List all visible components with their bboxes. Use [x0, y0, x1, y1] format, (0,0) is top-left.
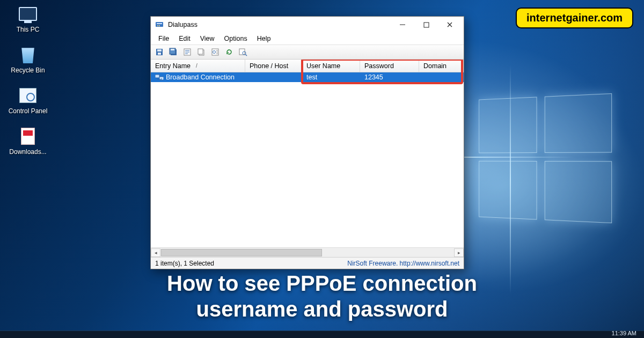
status-credit: NirSoft Freeware. http://www.nirsoft.net	[347, 260, 459, 267]
toolbar-properties-button[interactable]	[181, 46, 194, 58]
dialupass-window: Dialupass File Edit View Options Help	[150, 16, 464, 269]
toolbar-find-button[interactable]	[237, 46, 250, 58]
close-button[interactable]	[438, 17, 462, 32]
menu-bar: File Edit View Options Help	[151, 33, 464, 45]
taskbar[interactable]: 11:39 AM	[0, 330, 644, 338]
scroll-thumb[interactable]	[161, 249, 322, 256]
floppy-icon	[155, 48, 164, 56]
toolbar-refresh-button[interactable]	[223, 46, 236, 58]
cell-entry: Broadband Connection	[166, 74, 235, 81]
minimize-button[interactable]	[391, 17, 414, 32]
watermark-badge: internetgainer.com	[516, 8, 633, 28]
desktop-icon-label: Control Panel	[8, 107, 48, 115]
desktop-icon-label: Recycle Bin	[8, 67, 48, 74]
toolbar	[151, 45, 464, 60]
control-panel-icon	[19, 88, 36, 103]
column-label: Entry Name	[155, 62, 191, 70]
toolbar-save-button[interactable]	[153, 46, 166, 58]
desktop-icon-control-panel[interactable]: Control Panel	[8, 86, 48, 115]
desktop-icon-downloads[interactable]: Downloads...	[8, 127, 48, 156]
status-link[interactable]: http://www.nirsoft.net	[400, 260, 459, 267]
pdf-file-icon	[21, 128, 35, 145]
list-view: Entry Name / Phone / Host User Name Pass…	[151, 60, 464, 257]
menu-edit[interactable]: Edit	[174, 34, 195, 43]
menu-view[interactable]: View	[196, 34, 219, 43]
window-title: Dialupass	[168, 21, 391, 28]
connection-icon	[155, 74, 164, 81]
menu-help[interactable]: Help	[253, 34, 275, 43]
recycle-bin-icon	[20, 46, 35, 63]
computer-icon	[19, 7, 37, 21]
svg-rect-10	[171, 49, 174, 50]
app-icon	[155, 20, 164, 29]
scroll-right-button[interactable]: ▸	[454, 248, 464, 257]
toolbar-save-all-button[interactable]	[167, 46, 180, 58]
svg-rect-7	[158, 53, 161, 55]
title-bar[interactable]: Dialupass	[151, 17, 464, 33]
svg-rect-18	[155, 75, 159, 78]
desktop-icon-this-pc[interactable]: This PC	[8, 4, 48, 33]
svg-point-3	[159, 25, 160, 26]
svg-rect-6	[157, 49, 162, 52]
taskbar-clock[interactable]: 11:39 AM	[612, 330, 636, 336]
desktop-icons: This PC Recycle Bin Control Panel Downlo…	[8, 4, 50, 167]
scroll-track[interactable]	[160, 248, 454, 257]
refresh-icon	[225, 48, 233, 56]
column-phone-host[interactable]: Phone / Host	[245, 60, 302, 72]
cell-password: 12345	[360, 74, 419, 81]
column-headers: Entry Name / Phone / Host User Name Pass…	[151, 60, 464, 72]
column-password[interactable]: Password	[360, 60, 419, 72]
sort-indicator-icon: /	[196, 63, 197, 69]
list-row[interactable]: Broadband Connection test 12345	[151, 72, 464, 82]
status-item-count: 1 item(s), 1 Selected	[155, 260, 347, 267]
overlay-caption: How to see PPPoE connection username and…	[0, 270, 644, 322]
status-bar: 1 item(s), 1 Selected NirSoft Freeware. …	[151, 257, 464, 269]
svg-rect-4	[424, 23, 429, 27]
desktop-icon-label: This PC	[8, 26, 48, 33]
column-user-name[interactable]: User Name	[302, 60, 360, 72]
copy-icon	[197, 48, 206, 56]
svg-rect-1	[157, 23, 162, 24]
properties-icon	[183, 48, 192, 56]
windows-logo-art	[479, 93, 612, 223]
cell-user: test	[302, 74, 360, 81]
column-entry-name[interactable]: Entry Name /	[151, 60, 245, 72]
list-rows[interactable]: Broadband Connection test 12345	[151, 72, 464, 247]
gear-list-icon	[211, 48, 219, 56]
menu-file[interactable]: File	[154, 34, 173, 43]
svg-rect-13	[198, 49, 203, 54]
desktop-icon-label: Downloads...	[8, 148, 48, 156]
floppy-stack-icon	[169, 48, 178, 56]
svg-point-2	[157, 25, 158, 26]
column-domain[interactable]: Domain	[419, 60, 464, 72]
desktop-icon-recycle-bin[interactable]: Recycle Bin	[8, 45, 48, 74]
scroll-left-button[interactable]: ◂	[151, 248, 160, 257]
toolbar-options-button[interactable]	[209, 46, 222, 58]
horizontal-scrollbar[interactable]: ◂ ▸	[151, 247, 464, 257]
toolbar-copy-button[interactable]	[195, 46, 208, 58]
maximize-button[interactable]	[414, 17, 438, 32]
menu-options[interactable]: Options	[220, 34, 252, 43]
find-icon	[239, 48, 247, 56]
